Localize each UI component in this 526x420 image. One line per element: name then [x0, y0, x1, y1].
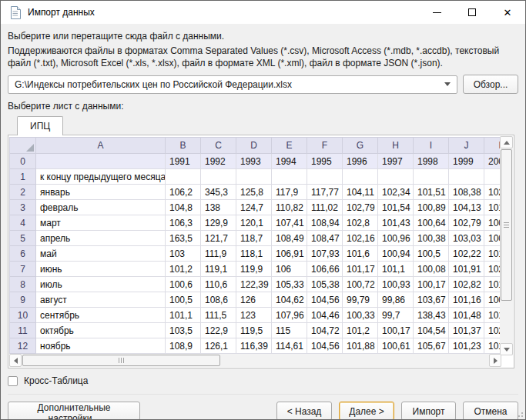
table-cell[interactable]: 123: [236, 308, 272, 323]
table-cell[interactable]: 107,96: [272, 308, 307, 323]
row-header[interactable]: 6: [10, 246, 36, 262]
table-cell[interactable]: 1992: [201, 154, 236, 169]
table-cell[interactable]: 138,43: [414, 308, 449, 323]
scroll-down-button[interactable]: [500, 343, 513, 355]
table-cell[interactable]: 102,: [484, 323, 502, 338]
column-header-e[interactable]: E: [272, 138, 307, 154]
row-header[interactable]: 9: [10, 292, 36, 308]
table-cell[interactable]: [484, 169, 502, 185]
table-cell[interactable]: 101,17: [343, 262, 378, 277]
table-cell[interactable]: к концу предыдущего месяца: [36, 169, 166, 185]
table-cell[interactable]: 120,1: [236, 215, 272, 231]
table-cell[interactable]: 101,2: [166, 262, 201, 277]
table-cell[interactable]: 100,: [484, 215, 502, 231]
scroll-left-button[interactable]: [9, 354, 22, 367]
table-cell[interactable]: 106,2: [166, 185, 201, 200]
column-header-a[interactable]: A: [36, 138, 166, 154]
row-header[interactable]: 5: [10, 231, 36, 246]
table-cell[interactable]: [343, 169, 378, 185]
table-cell[interactable]: 118,7: [236, 231, 272, 246]
table-cell[interactable]: 129,9: [201, 215, 236, 231]
table-cell[interactable]: [236, 169, 272, 185]
column-header-h[interactable]: H: [378, 138, 414, 154]
table-cell[interactable]: 99,7: [378, 308, 414, 323]
table-cell[interactable]: 108,38: [449, 185, 484, 200]
browse-button[interactable]: Обзор...: [463, 75, 518, 94]
table-cell[interactable]: 104,13: [449, 200, 484, 215]
table-cell[interactable]: 101,: [484, 200, 502, 215]
table-cell[interactable]: 1994: [272, 154, 307, 169]
table-cell[interactable]: 102,34: [378, 185, 414, 200]
table-cell[interactable]: 102,22: [449, 246, 484, 262]
table-cell[interactable]: май: [36, 246, 166, 262]
table-cell[interactable]: 100,72: [343, 277, 378, 292]
table-cell[interactable]: 1995: [307, 154, 343, 169]
table-cell[interactable]: 101,1: [166, 308, 201, 323]
table-cell[interactable]: 104,72: [307, 323, 343, 338]
table-cell[interactable]: [414, 169, 449, 185]
table-cell[interactable]: 100,5: [166, 292, 201, 308]
table-cell[interactable]: 101,6: [343, 246, 378, 262]
row-header[interactable]: 1: [10, 169, 36, 185]
table-cell[interactable]: 101,48: [449, 308, 484, 323]
table-cell[interactable]: 111,9: [201, 246, 236, 262]
column-header-g[interactable]: G: [343, 138, 378, 154]
table-cell[interactable]: 100,93: [378, 277, 414, 292]
table-cell[interactable]: [272, 169, 307, 185]
maximize-button[interactable]: [454, 1, 490, 24]
close-button[interactable]: ✕: [490, 1, 525, 24]
table-cell[interactable]: октябрь: [36, 323, 166, 338]
table-cell[interactable]: 101,51: [414, 185, 449, 200]
table-cell[interactable]: 101,: [484, 338, 502, 354]
table-cell[interactable]: 108,6: [201, 292, 236, 308]
table-cell[interactable]: 106,91: [272, 246, 307, 262]
table-cell[interactable]: 119,9: [236, 262, 272, 277]
table-cell[interactable]: [378, 169, 414, 185]
table-cell[interactable]: 100,94: [378, 246, 414, 262]
table-cell[interactable]: 105,33: [272, 277, 307, 292]
table-cell[interactable]: 107,93: [307, 246, 343, 262]
table-cell[interactable]: 119,1: [201, 262, 236, 277]
table-cell[interactable]: 100,6: [166, 277, 201, 292]
table-cell[interactable]: 108,49: [272, 231, 307, 246]
next-button[interactable]: Далее >: [339, 402, 394, 420]
table-cell[interactable]: 101,54: [378, 200, 414, 215]
table-cell[interactable]: 104,11: [343, 185, 378, 200]
table-cell[interactable]: 1999: [449, 154, 484, 169]
table-cell[interactable]: [201, 169, 236, 185]
table-cell[interactable]: 105,67: [414, 338, 449, 354]
table-cell[interactable]: 101,: [484, 246, 502, 262]
row-header[interactable]: 0: [10, 154, 36, 169]
table-cell[interactable]: 104,54: [414, 323, 449, 338]
table-cell[interactable]: 163,5: [166, 231, 201, 246]
table-cell[interactable]: 111,5: [201, 308, 236, 323]
cross-table-checkbox[interactable]: [8, 376, 18, 386]
tab-ipc[interactable]: ИПЦ: [17, 116, 63, 135]
column-header-i[interactable]: I: [414, 138, 449, 154]
table-cell[interactable]: 126,1: [201, 338, 236, 354]
table-cell[interactable]: 119,5: [236, 323, 272, 338]
table-cell[interactable]: 345,3: [201, 185, 236, 200]
table-cell[interactable]: 122,39: [236, 277, 272, 292]
table-cell[interactable]: 104,56: [307, 338, 343, 354]
table-cell[interactable]: 1991: [166, 154, 201, 169]
row-header[interactable]: 11: [10, 323, 36, 338]
table-cell[interactable]: 100,96: [378, 231, 414, 246]
table-cell[interactable]: 102,: [484, 262, 502, 277]
column-header-c[interactable]: C: [201, 138, 236, 154]
table-cell[interactable]: 100,08: [414, 262, 449, 277]
table-cell[interactable]: 103,67: [414, 292, 449, 308]
back-button[interactable]: < Назад: [276, 402, 332, 420]
table-cell[interactable]: 101,43: [378, 215, 414, 231]
row-header[interactable]: 2: [10, 185, 36, 200]
table-cell[interactable]: 101,23: [449, 338, 484, 354]
table-cell[interactable]: 101,37: [449, 323, 484, 338]
file-path-combobox[interactable]: G:\Индексы потребительских цен по Россий…: [8, 75, 457, 94]
table-cell[interactable]: 101,91: [449, 262, 484, 277]
table-cell[interactable]: 102,79: [343, 200, 378, 215]
table-cell[interactable]: 110,82: [272, 200, 307, 215]
table-cell[interactable]: [166, 169, 201, 185]
table-cell[interactable]: июль: [36, 277, 166, 292]
table-cell[interactable]: 103,03: [449, 231, 484, 246]
table-cell[interactable]: 1997: [378, 154, 414, 169]
